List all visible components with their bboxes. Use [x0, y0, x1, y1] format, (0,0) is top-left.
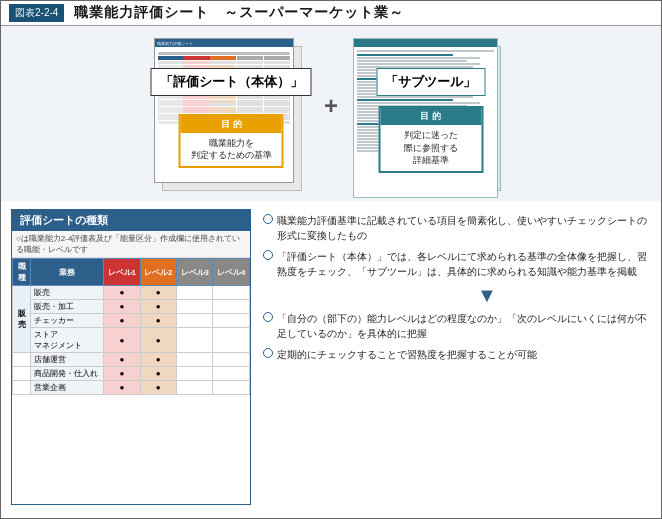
col-header-lv2: レベル2: [140, 259, 176, 286]
lv3-cell: [177, 367, 213, 381]
lv1-cell: ●: [104, 328, 140, 353]
bullet-item-3: 「自分の（部下の）能力レベルはどの程度なのか」「次のレベルにいくには何が不足して…: [263, 311, 651, 341]
lv4-cell: [213, 300, 250, 314]
category-cell: 販売: [13, 286, 31, 353]
plus-sign: +: [324, 92, 338, 120]
sheet2-stack: 「サブツール」 目 的 判定に迷った際に参照する詳細基準: [353, 38, 508, 193]
bullet-item-4: 定期的にチェックすることで習熟度を把握することが可能: [263, 347, 651, 362]
badge: 図表2-2-4: [9, 4, 64, 22]
bullet-circle-1: [263, 214, 273, 224]
lv3-cell: [177, 314, 213, 328]
sheet1-label: 「評価シート（本体）」: [151, 68, 312, 96]
lv4-cell: [213, 367, 250, 381]
lv1-cell: ●: [104, 314, 140, 328]
page-title: 職業能力評価シート ～スーパーマーケット業～: [74, 4, 404, 22]
lv1-cell: ●: [104, 381, 140, 395]
left-panel-title: 評価シートの種類: [12, 210, 250, 231]
page-container: 図表2-2-4 職業能力評価シート ～スーパーマーケット業～ 職業能力評価シート: [0, 0, 662, 519]
eval-table: 職種 業務 レベル1 レベル2 レベル3 レベル4 販売 販売: [12, 258, 250, 395]
table-row: 商品開発・仕入れ ● ●: [13, 367, 250, 381]
bullet-text-2: 「評価シート（本体）」では、各レベルにて求められる基準の全体像を把握し、習熟度を…: [277, 249, 651, 279]
table-row: チェッカー ● ●: [13, 314, 250, 328]
bottom-section: 評価シートの種類 ○は職業能力2-4評価表及び「能量区分」作成欄に使用されている…: [1, 201, 661, 513]
category-cell: [13, 381, 31, 395]
bullet-circle-3: [263, 312, 273, 322]
job-cell: 販売・加工: [31, 300, 104, 314]
lv3-cell: [177, 381, 213, 395]
lv2-cell: ●: [140, 367, 176, 381]
table-row: 販売 販売 ● ●: [13, 286, 250, 300]
bullet-item-2: 「評価シート（本体）」では、各レベルにて求められる基準の全体像を把握し、習熟度を…: [263, 249, 651, 279]
sheet1-mokuteki: 目 的 職業能力を判定するための基準: [179, 114, 284, 168]
lv2-cell: ●: [140, 286, 176, 300]
arrow-down-icon: ▼: [263, 285, 651, 305]
sheet2-mokuteki-title: 目 的: [380, 108, 481, 125]
bullet-circle-2: [263, 250, 273, 260]
lv2-cell: ●: [140, 381, 176, 395]
col-header-lv3: レベル3: [177, 259, 213, 286]
category-cell: [13, 367, 31, 381]
category-cell: [13, 353, 31, 367]
bullet-text-4: 定期的にチェックすることで習熟度を把握することが可能: [277, 347, 537, 362]
table-row: ストアマネジメント ● ●: [13, 328, 250, 353]
job-cell: チェッカー: [31, 314, 104, 328]
col-header-lv4: レベル4: [213, 259, 250, 286]
job-cell: 営業企画: [31, 381, 104, 395]
lv3-cell: [177, 328, 213, 353]
subtitle-text: ○は職業能力2-4評価表及び「能量区分」作成欄に使用されている職能・レベルです: [12, 231, 250, 258]
col-header-lv1: レベル1: [104, 259, 140, 286]
table-row: 販売・加工 ● ●: [13, 300, 250, 314]
sheet1-container: 職業能力評価シート: [154, 38, 309, 193]
lv4-cell: [213, 353, 250, 367]
col-header-category: 職種: [13, 259, 31, 286]
lv1-cell: ●: [104, 353, 140, 367]
job-cell: 店舗運営: [31, 353, 104, 367]
lv1-cell: ●: [104, 300, 140, 314]
lv2-cell: ●: [140, 328, 176, 353]
lv2-cell: ●: [140, 353, 176, 367]
col-header-job: 業務: [31, 259, 104, 286]
bullet-text-3: 「自分の（部下の）能力レベルはどの程度なのか」「次のレベルにいくには何が不足して…: [277, 311, 651, 341]
lv1-cell: ●: [104, 367, 140, 381]
sheet1-mokuteki-body: 職業能力を判定するための基準: [189, 137, 274, 162]
top-section: 職業能力評価シート: [1, 26, 661, 201]
sheet1-mokuteki-title: 目 的: [181, 116, 282, 133]
lv3-cell: [177, 353, 213, 367]
bullet-text-1: 職業能力評価基準に記載されている項目を簡素化し、使いやすいチェックシートの形式に…: [277, 213, 651, 243]
lv4-cell: [213, 381, 250, 395]
job-cell: 販売: [31, 286, 104, 300]
sheet2-mokuteki-body: 判定に迷った際に参照する詳細基準: [388, 129, 473, 167]
lv4-cell: [213, 314, 250, 328]
sheet2-container: 「サブツール」 目 的 判定に迷った際に参照する詳細基準: [353, 38, 508, 193]
lv3-cell: [177, 286, 213, 300]
job-cell: 商品開発・仕入れ: [31, 367, 104, 381]
table-row: 店舗運営 ● ●: [13, 353, 250, 367]
sheet2-mokuteki: 目 的 判定に迷った際に参照する詳細基準: [378, 106, 483, 173]
bullet-item-1: 職業能力評価基準に記載されている項目を簡素化し、使いやすいチェックシートの形式に…: [263, 213, 651, 243]
sheet1-stack: 職業能力評価シート: [154, 38, 309, 193]
lv2-cell: ●: [140, 314, 176, 328]
bullet-circle-4: [263, 348, 273, 358]
lv1-cell: ●: [104, 286, 140, 300]
lv2-cell: ●: [140, 300, 176, 314]
left-panel: 評価シートの種類 ○は職業能力2-4評価表及び「能量区分」作成欄に使用されている…: [11, 209, 251, 505]
lv4-cell: [213, 286, 250, 300]
table-row: 営業企画 ● ●: [13, 381, 250, 395]
lv4-cell: [213, 328, 250, 353]
job-cell: ストアマネジメント: [31, 328, 104, 353]
header: 図表2-2-4 職業能力評価シート ～スーパーマーケット業～: [1, 1, 661, 26]
main-content: 職業能力評価シート: [1, 26, 661, 513]
right-panel: 職業能力評価基準に記載されている項目を簡素化し、使いやすいチェックシートの形式に…: [263, 209, 651, 505]
lv3-cell: [177, 300, 213, 314]
sheet2-label: 「サブツール」: [376, 68, 485, 96]
